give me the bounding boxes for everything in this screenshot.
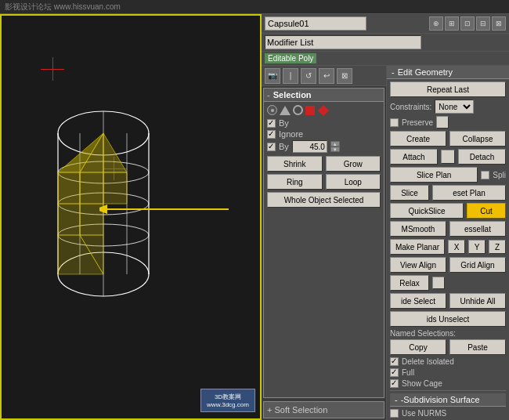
attach-button[interactable]: Attach xyxy=(390,149,438,165)
subdivision-minus[interactable]: - xyxy=(395,395,398,404)
paste-button[interactable]: Paste xyxy=(449,339,506,355)
spin-up[interactable]: ▲ xyxy=(330,141,340,147)
icon-btn-4[interactable]: ⊟ xyxy=(476,16,490,31)
icon-btn-3[interactable]: ⊡ xyxy=(460,16,475,31)
hide-selected-button[interactable]: ide Select xyxy=(390,293,446,309)
edit-geometry-title: Edit Geometry xyxy=(398,67,453,77)
watermark-text: 影视设计论坛 www.hissvuan.com xyxy=(5,2,121,13)
soft-selection-bar[interactable]: + Soft Selection xyxy=(263,401,384,418)
icon-btn-5[interactable]: ⊠ xyxy=(492,16,506,31)
by-label: By xyxy=(279,118,289,128)
spin-row: By ▲ ▼ xyxy=(267,140,381,153)
center-panel: 📷 | ↺ ↩ ⊠ - Selection xyxy=(262,66,387,420)
by2-checkbox[interactable] xyxy=(267,143,276,151)
selection-panel: - Selection xyxy=(263,88,384,398)
quickslice-button[interactable]: QuickSlice xyxy=(390,203,464,219)
svg-marker-17 xyxy=(80,204,103,235)
use-nurms-checkbox[interactable] xyxy=(390,409,399,418)
border-icon[interactable] xyxy=(293,105,303,115)
edge-icon[interactable] xyxy=(280,106,291,115)
create-collapse-row: Create Collapse xyxy=(390,131,506,147)
cut-button[interactable]: Cut xyxy=(467,203,506,219)
whole-object-button[interactable]: Whole Object Selected xyxy=(267,192,381,208)
preserve-extra-btn[interactable] xyxy=(436,116,449,129)
split-label: Spli xyxy=(493,171,506,179)
spin-down[interactable]: ▼ xyxy=(330,147,340,152)
reset-plane-button[interactable]: eset Plan xyxy=(432,185,506,201)
editable-poly-row: Editable Poly xyxy=(262,52,509,66)
separator-1 xyxy=(390,390,506,391)
constraints-label: Constraints: xyxy=(390,103,431,111)
selection-panel-header: - Selection xyxy=(264,89,384,102)
view-align-button[interactable]: View Align xyxy=(390,257,446,273)
subdivision-section: - -Subdivision Surface Use NURMS Smooth … xyxy=(390,393,506,420)
create-button[interactable]: Create xyxy=(390,131,446,147)
relax-button[interactable]: Relax xyxy=(390,275,429,291)
object-name-input[interactable] xyxy=(265,16,366,31)
repeat-last-button[interactable]: Repeat Last xyxy=(390,81,506,97)
icon-btn-1[interactable]: ⊕ xyxy=(429,16,443,31)
copy-paste-row: Copy Paste xyxy=(390,339,506,355)
collapse-button[interactable]: Collapse xyxy=(449,131,506,147)
full-row: Full xyxy=(390,368,506,377)
spin-input[interactable] xyxy=(292,140,327,153)
tool-btn-rotate[interactable]: ↺ xyxy=(301,68,316,84)
msmooth-button[interactable]: MSmooth xyxy=(390,221,446,237)
copy-button[interactable]: Copy xyxy=(390,339,446,355)
hide-row: ide Select Unhide All xyxy=(390,293,506,309)
loop-button[interactable]: Loop xyxy=(326,174,381,190)
unhide-all-button[interactable]: Unhide All xyxy=(449,293,506,309)
ring-button[interactable]: Ring xyxy=(267,174,323,190)
ignore-checkbox[interactable] xyxy=(267,130,276,139)
editable-poly-label[interactable]: Editable Poly xyxy=(265,53,316,63)
element-icon[interactable] xyxy=(318,104,329,115)
modifier-row: Modifier List xyxy=(262,34,509,52)
split-checkbox[interactable] xyxy=(481,171,489,179)
spin-arrows: ▲ ▼ xyxy=(330,141,340,152)
tool-btn-close[interactable]: ⊠ xyxy=(337,68,352,84)
selection-panel-body: By Ignore By ▲ xyxy=(264,102,384,213)
tessellate-button[interactable]: essellat xyxy=(449,221,506,237)
sub-object-icons xyxy=(267,105,381,115)
slice-plane-button[interactable]: Slice Plan xyxy=(390,167,478,183)
tool-btn-undo[interactable]: ↩ xyxy=(319,68,334,84)
viewport[interactable]: 3D教案网 www.3dcg.com xyxy=(0,14,262,420)
edit-geometry-minus[interactable]: - xyxy=(392,67,395,77)
relax-extra-btn[interactable] xyxy=(432,277,445,289)
by-checkbox[interactable] xyxy=(267,119,276,128)
grid-align-button[interactable]: Grid Align xyxy=(449,257,506,273)
full-checkbox[interactable] xyxy=(390,368,399,377)
right-panel: ⊕ ⊞ ⊡ ⊟ ⊠ Modifier List Editable Poly 📷 xyxy=(262,14,509,420)
grow-button[interactable]: Grow xyxy=(326,156,381,172)
x-button[interactable]: X xyxy=(448,240,465,254)
show-cage-row: Show Cage xyxy=(390,379,506,388)
y-button[interactable]: Y xyxy=(468,240,486,254)
ring-loop-row: Ring Loop xyxy=(267,174,381,190)
shrink-button[interactable]: Shrink xyxy=(267,156,323,172)
constraints-row: Constraints: None xyxy=(390,100,506,114)
show-cage-checkbox[interactable] xyxy=(390,379,399,388)
hide-unselected-button[interactable]: ids Unselect xyxy=(390,311,506,327)
by-checkbox-row: By xyxy=(267,118,381,128)
geometry-panel: - Edit Geometry Repeat Last Constraints:… xyxy=(387,66,509,420)
mid-split: 📷 | ↺ ↩ ⊠ - Selection xyxy=(262,66,509,420)
z-button[interactable]: Z xyxy=(489,240,506,254)
by2-label: By xyxy=(279,142,289,151)
preserve-checkbox[interactable] xyxy=(390,118,399,127)
slice-button[interactable]: Slice xyxy=(390,185,429,201)
delete-isolated-checkbox[interactable] xyxy=(390,357,399,366)
vertex-icon[interactable] xyxy=(267,105,277,115)
name-icons: ⊕ ⊞ ⊡ ⊟ ⊠ xyxy=(429,16,506,31)
polygon-icon[interactable] xyxy=(305,106,315,115)
attach-extra-btn[interactable] xyxy=(441,150,455,164)
selection-collapse-btn[interactable]: - xyxy=(267,90,270,100)
detach-button[interactable]: Detach xyxy=(458,149,506,165)
ignore-label: Ignore xyxy=(279,129,303,139)
icon-btn-2[interactable]: ⊞ xyxy=(445,16,459,31)
modifier-dropdown[interactable]: Modifier List xyxy=(265,35,421,49)
tool-btn-camera[interactable]: 📷 xyxy=(265,68,280,84)
make-planar-button[interactable]: Make Planar xyxy=(390,239,445,255)
tool-btn-vert[interactable]: | xyxy=(283,68,298,84)
constraints-dropdown[interactable]: None xyxy=(435,100,474,114)
svg-marker-16 xyxy=(58,204,80,235)
